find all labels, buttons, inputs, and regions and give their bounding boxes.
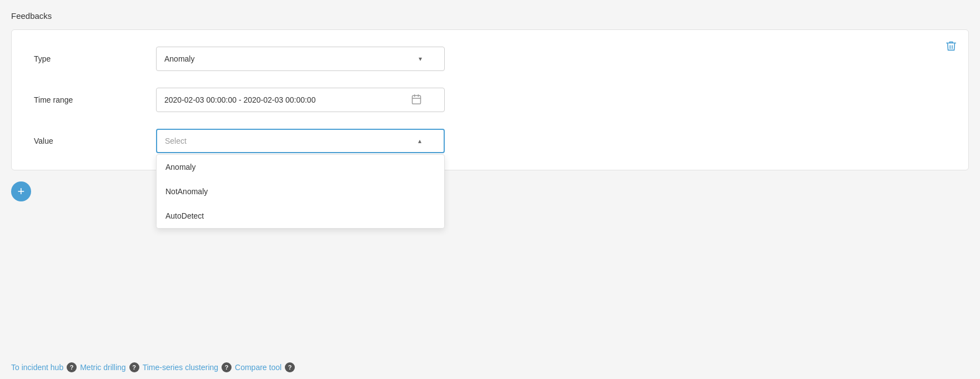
time-range-row: Time range 2020-02-03 00:00:00 - 2020-02… — [34, 88, 946, 112]
footer-link-compare[interactable]: Compare tool — [235, 363, 282, 372]
dropdown-option-autodetect[interactable]: AutoDetect — [157, 204, 444, 228]
type-row: Type Anomaly ▾ — [34, 47, 946, 71]
type-select-wrapper: Anomaly ▾ — [156, 47, 445, 71]
help-icon-metric[interactable]: ? — [129, 362, 139, 372]
delete-button[interactable] — [945, 40, 957, 54]
dropdown-option-anomaly[interactable]: Anomaly — [157, 155, 444, 179]
time-range-value: 2020-02-03 00:00:00 - 2020-02-03 00:00:0… — [164, 95, 315, 104]
help-icon-incident[interactable]: ? — [67, 362, 77, 372]
time-range-label: Time range — [34, 95, 156, 104]
footer-link-metric-drilling[interactable]: Metric drilling — [80, 363, 125, 372]
svg-rect-0 — [413, 95, 421, 104]
trash-icon — [945, 40, 957, 52]
value-placeholder: Select — [165, 137, 187, 145]
help-icon-compare[interactable]: ? — [285, 362, 295, 372]
chevron-up-icon: ▴ — [418, 137, 421, 145]
value-label: Value — [34, 137, 156, 145]
value-dropdown-menu: Anomaly NotAnomaly AutoDetect — [156, 154, 445, 229]
footer-link-incident-hub[interactable]: To incident hub — [11, 363, 63, 372]
page-container: Feedbacks Type Anomaly ▾ Time — [0, 0, 980, 379]
value-select-wrapper: Select ▴ Anomaly NotAnomaly AutoDetect — [156, 129, 445, 153]
type-selected-value: Anomaly — [164, 54, 194, 63]
dropdown-option-notanomaly[interactable]: NotAnomaly — [157, 179, 444, 204]
time-range-input[interactable]: 2020-02-03 00:00:00 - 2020-02-03 00:00:0… — [156, 88, 445, 112]
value-select[interactable]: Select ▴ — [156, 129, 445, 153]
calendar-icon — [411, 94, 422, 107]
value-row: Value Select ▴ Anomaly NotAnomaly AutoDe… — [34, 129, 946, 153]
help-icon-timeseries[interactable]: ? — [222, 362, 232, 372]
footer-link-time-series[interactable]: Time-series clustering — [143, 363, 218, 372]
page-title: Feedbacks — [11, 11, 969, 21]
add-icon: + — [18, 185, 25, 198]
feedback-card: Type Anomaly ▾ Time range 2020-02-03 00:… — [11, 29, 969, 170]
chevron-down-icon: ▾ — [419, 55, 422, 63]
type-select[interactable]: Anomaly ▾ — [156, 47, 445, 71]
footer-links: To incident hub ? Metric drilling ? Time… — [11, 356, 295, 379]
type-label: Type — [34, 54, 156, 63]
add-button[interactable]: + — [11, 181, 31, 201]
